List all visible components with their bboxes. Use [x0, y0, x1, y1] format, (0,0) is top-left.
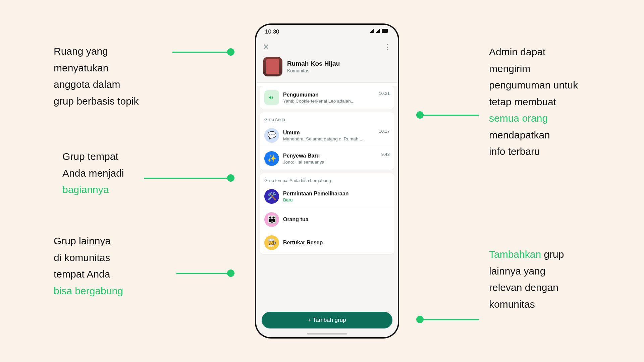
- announcements-title: Pengumuman: [283, 92, 375, 98]
- annotation-highlight: Tambahkan: [489, 249, 541, 260]
- group-time: 9.43: [381, 152, 390, 157]
- toolbar: ✕ ⋮: [256, 39, 398, 55]
- status-bar: 10.30: [256, 25, 398, 39]
- group-title: Penyewa Baru: [283, 153, 377, 159]
- add-group-label: + Tambah grup: [308, 317, 346, 323]
- announcements-row[interactable]: Pengumuman Yanti: Cookie terkenal Leo ad…: [260, 86, 394, 109]
- group-badge: Baru: [283, 197, 390, 202]
- status-icons: [369, 28, 389, 35]
- group-preview: Mahendra: Selamat datang di Rumah ...: [283, 136, 375, 141]
- group-row-penyewa[interactable]: ✨ Penyewa Baru Jono: Hai semuanya! 9.43: [260, 147, 394, 170]
- your-groups-header: Grup Anda: [260, 112, 394, 124]
- home-indicator: [307, 333, 347, 335]
- add-group-button[interactable]: + Tambah grup: [262, 312, 392, 328]
- community-subtitle: Komunitas: [287, 68, 340, 73]
- joinable-header: Grup tempat Anda bisa bergabung: [260, 173, 394, 185]
- annotation-highlight: bisa bergabung: [54, 285, 123, 296]
- annotation-text: Grup lainnya di komunitas tempat Anda: [54, 235, 111, 280]
- svg-rect-0: [382, 29, 388, 33]
- group-title: Bertukar Resep: [283, 240, 390, 246]
- joinable-row-recipes[interactable]: 👩‍🍳 Bertukar Resep: [260, 231, 394, 254]
- status-time: 10.30: [265, 28, 279, 35]
- joinable-row-parents[interactable]: 👪 Orang tua: [260, 208, 394, 231]
- announcements-preview: Yanti: Cookie terkenal Leo adalah...: [283, 99, 375, 104]
- annotation-text-post: mendapatkan info terbaru: [489, 129, 550, 157]
- your-groups-card: Grup Anda 💬 Umum Mahendra: Selamat datan…: [260, 112, 394, 170]
- more-options-icon[interactable]: ⋮: [384, 43, 391, 51]
- annotation-announcements: Admin dapat mengirim pengumuman untuk te…: [489, 44, 578, 160]
- chat-bubble-icon: 💬: [264, 128, 279, 143]
- community-avatar: [263, 57, 282, 76]
- connector-add-group: [420, 319, 479, 320]
- phone-frame: 10.30 ✕ ⋮ Rumah Kos Hijau Komunitas: [255, 23, 399, 339]
- connector-your-groups: [144, 178, 231, 179]
- group-title: Orang tua: [283, 217, 390, 223]
- group-row-umum[interactable]: 💬 Umum Mahendra: Selamat datang di Rumah…: [260, 124, 394, 147]
- annotation-text: Admin dapat mengirim pengumuman untuk te…: [489, 46, 578, 107]
- annotation-add-group: Tambahkan grup lainnya yang relevan deng…: [489, 246, 564, 312]
- annotation-joinable-groups: Grup lainnya di komunitas tempat Anda bi…: [54, 233, 123, 299]
- annotation-highlight: semua orang: [489, 113, 548, 124]
- annotation-your-groups: Grup tempat Anda menjadi bagiannya: [62, 148, 124, 198]
- sparkle-icon: ✨: [264, 151, 279, 166]
- megaphone-icon: [264, 90, 279, 105]
- annotation-community: Ruang yang menyatukan anggota dalam grup…: [54, 43, 139, 109]
- connector-announcements: [420, 115, 479, 116]
- community-header[interactable]: Rumah Kos Hijau Komunitas: [256, 55, 398, 83]
- community-title: Rumah Kos Hijau: [287, 60, 340, 67]
- announcements-card: Pengumuman Yanti: Cookie terkenal Leo ad…: [260, 86, 394, 109]
- joinable-row-maintenance[interactable]: 🛠️ Permintaan Pemeliharaan Baru: [260, 185, 394, 208]
- group-title: Permintaan Pemeliharaan: [283, 191, 390, 197]
- announcements-time: 10.21: [379, 91, 390, 96]
- connector-community: [172, 52, 231, 53]
- annotation-text: Ruang yang menyatukan anggota dalam grup…: [54, 46, 139, 107]
- close-icon[interactable]: ✕: [263, 43, 269, 51]
- connector-joinable-groups: [176, 273, 231, 274]
- family-icon: 👪: [264, 212, 279, 227]
- annotation-text: Grup tempat Anda menjadi: [62, 151, 124, 179]
- annotation-highlight: bagiannya: [62, 184, 109, 195]
- chef-icon: 👩‍🍳: [264, 235, 279, 250]
- group-time: 10.17: [379, 129, 390, 134]
- joinable-groups-card: Grup tempat Anda bisa bergabung 🛠️ Permi…: [260, 173, 394, 254]
- group-title: Umum: [283, 130, 375, 136]
- tools-icon: 🛠️: [264, 189, 279, 204]
- group-preview: Jono: Hai semuanya!: [283, 160, 377, 165]
